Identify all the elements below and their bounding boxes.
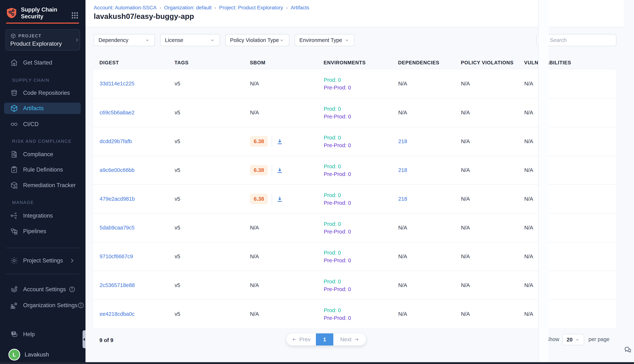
dependencies-link[interactable]: 218: [398, 196, 407, 202]
chevron-down-icon: [575, 337, 580, 342]
sbom-cell: N/A: [250, 81, 324, 87]
breadcrumb-account-link[interactable]: Account: Automation-SSCA: [94, 5, 156, 11]
sidebar-section-risk-and-compliance: RISK AND COMPLIANCE: [12, 139, 72, 144]
environments-cell: Prod: 0 Pre-Prod: 0: [324, 250, 398, 264]
next-label: Next: [340, 336, 352, 342]
prod-count: Prod: 0: [324, 106, 398, 112]
chat-bubbles-icon[interactable]: [623, 345, 632, 354]
artifacts-table: 33d114e1c225 v5 N/A Prod: 0 Pre-Prod: 0 …: [93, 69, 616, 328]
page-size-dropdown[interactable]: 20: [562, 334, 584, 345]
dependency-filter-dropdown[interactable]: Dependency: [94, 34, 155, 46]
digest-link[interactable]: 479e2acd981b: [100, 196, 135, 202]
sidebar-section-manage: MANAGE: [12, 200, 34, 205]
supply-chain-security-logo-icon: [6, 6, 18, 20]
page-title: lavakush07/easy-buggy-app: [94, 12, 194, 21]
sidebar-item-integrations[interactable]: Integrations: [4, 210, 81, 222]
breadcrumb-organization-link[interactable]: Organization: default: [164, 5, 211, 11]
prod-count: Prod: 0: [324, 163, 398, 170]
tag-cell: v5: [175, 81, 250, 87]
app-switcher-grid-icon[interactable]: [70, 11, 80, 20]
sidebar-item-artifacts[interactable]: Artifacts: [4, 103, 81, 114]
environments-cell: Prod: 0 Pre-Prod: 0: [324, 278, 398, 292]
cube-icon: [10, 33, 16, 39]
download-sbom-icon[interactable]: [276, 138, 283, 145]
sidebar-item-project-settings[interactable]: Project Settings: [4, 255, 81, 266]
digest-link[interactable]: 2c5365718e88: [100, 282, 135, 288]
app-title: Supply Chain Security: [21, 6, 57, 20]
dependencies-link[interactable]: 218: [398, 138, 407, 144]
sidebar-item-code-repositories[interactable]: Code Repositories: [4, 87, 81, 98]
policy-violations-cell: N/A: [461, 311, 524, 317]
sidebar-item-organization-settings[interactable]: Organization Settings: [4, 300, 81, 311]
sidebar-item-rule-definitions[interactable]: Rule Definitions: [4, 164, 81, 176]
chevron-down-icon: [279, 38, 284, 43]
download-sbom-icon[interactable]: [276, 166, 283, 174]
dropdown-label: Dependency: [99, 37, 128, 43]
next-page-button[interactable]: Next: [333, 334, 366, 346]
prev-page-button[interactable]: Prev: [286, 334, 316, 346]
user-menu[interactable]: L Lavakush: [4, 348, 81, 362]
environment-type-filter-dropdown[interactable]: Environment Type: [295, 34, 355, 46]
digest-link[interactable]: c69c5b6a8ae2: [100, 110, 134, 116]
license-filter-dropdown[interactable]: License: [160, 34, 220, 46]
project-selector[interactable]: PROJECT Product Exploratory: [6, 29, 80, 50]
sidebar-item-pipelines[interactable]: Pipelines: [4, 226, 81, 237]
preprod-count: Pre-Prod: 0: [324, 257, 398, 264]
environments-cell: Prod: 0 Pre-Prod: 0: [324, 163, 398, 178]
sidebar-item-label: Code Repositories: [23, 90, 70, 96]
code-repository-icon: [10, 89, 18, 97]
project-label: PROJECT: [18, 34, 42, 38]
sidebar-item-cicd[interactable]: CI/CD: [4, 118, 81, 130]
digest-link[interactable]: 33d114e1c225: [100, 81, 134, 86]
download-sbom-icon[interactable]: [276, 196, 283, 203]
sidebar: Supply Chain Security PROJECT Product Ex…: [0, 0, 86, 364]
sidebar-item-label: Artifacts: [23, 105, 44, 112]
info-icon[interactable]: [77, 302, 84, 309]
sidebar-item-compliance[interactable]: Compliance: [4, 149, 81, 160]
box-wrench-icon: [10, 181, 18, 190]
window-bottom-edge: [0, 362, 634, 364]
sidebar-item-remediation-tracker[interactable]: Remediation Tracker: [4, 180, 81, 191]
sidebar-item-account-settings[interactable]: Account Settings: [4, 284, 81, 295]
policy-violations-cell: N/A: [461, 196, 524, 202]
sidebar-item-label: Rule Definitions: [23, 166, 63, 173]
prod-count: Prod: 0: [324, 221, 398, 227]
preprod-count: Pre-Prod: 0: [324, 228, 398, 235]
environments-cell: Prod: 0 Pre-Prod: 0: [324, 221, 398, 235]
digest-link[interactable]: a9c6e00c66bb: [100, 167, 134, 173]
sidebar-item-label: Compliance: [23, 151, 53, 158]
policy-violations-cell: N/A: [461, 81, 524, 87]
digest-link[interactable]: 9710cf6667c9: [100, 254, 133, 259]
policy-violation-type-filter-dropdown[interactable]: Policy Violation Type: [225, 34, 289, 46]
arrow-left-icon: [292, 337, 297, 342]
prod-count: Prod: 0: [324, 134, 398, 141]
digest-link[interactable]: ee4218cdba0c: [100, 311, 134, 317]
right-gutter: [538, 0, 548, 364]
table-row: 5dab9caa79c5 v5 N/A Prod: 0 Pre-Prod: 0 …: [93, 213, 616, 242]
sbom-cell: N/A: [250, 110, 324, 116]
sidebar-item-label: Organization Settings: [23, 302, 77, 309]
column-header-vulnerabilities: VULNERABILITIES: [524, 60, 616, 66]
search-input[interactable]: [550, 37, 610, 43]
sidebar-item-label: CI/CD: [23, 121, 39, 128]
sbom-cell: N/A: [250, 311, 324, 317]
dependencies-link[interactable]: 218: [398, 167, 407, 173]
user-name: Lavakush: [25, 351, 49, 358]
info-icon[interactable]: [69, 286, 76, 293]
breadcrumb-artifacts-link[interactable]: Artifacts: [290, 5, 309, 11]
chevron-down-icon: [145, 38, 150, 43]
digest-link[interactable]: 5dab9caa79c5: [100, 225, 134, 230]
prod-count: Prod: 0: [324, 192, 398, 198]
preprod-count: Pre-Prod: 0: [324, 286, 398, 292]
current-page-button[interactable]: 1: [316, 334, 333, 346]
breadcrumb-project-link[interactable]: Project: Product Exploratory: [219, 5, 283, 11]
org-chart-gear-icon: [10, 301, 18, 310]
digest-link[interactable]: dcdd29b7fafb: [100, 138, 132, 144]
preprod-count: Pre-Prod: 0: [324, 142, 398, 149]
sidebar-item-help[interactable]: Help: [4, 329, 81, 340]
sidebar-item-get-started[interactable]: Get Started: [4, 57, 81, 68]
sbom-cell: N/A: [250, 282, 324, 288]
environments-cell: Prod: 0 Pre-Prod: 0: [324, 134, 398, 149]
policy-violations-cell: N/A: [461, 167, 524, 173]
tag-cell: v5: [175, 225, 250, 231]
